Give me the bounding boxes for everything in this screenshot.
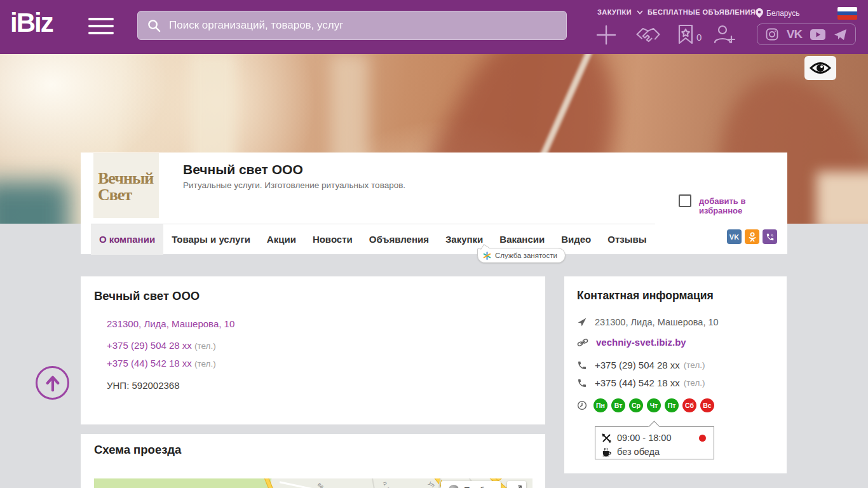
about-unp: УНП: 592002368 bbox=[107, 380, 180, 391]
company-logo-line1: Вечный bbox=[98, 170, 159, 187]
traffic-light-icon bbox=[449, 485, 459, 488]
company-tab-bar: О компании Товары и услуги Акции Новости… bbox=[81, 224, 787, 254]
map-street-label: п. П bbox=[382, 481, 391, 488]
working-hours: 09:00 - 18:00 bbox=[617, 433, 671, 443]
arrow-up-icon bbox=[44, 374, 61, 392]
eye-icon bbox=[810, 60, 831, 76]
person-add-icon[interactable] bbox=[713, 24, 736, 44]
company-subtitle: Ритуальные услуги. Изготовление ритуальн… bbox=[183, 180, 405, 190]
search-icon bbox=[147, 18, 161, 33]
clock-icon bbox=[577, 400, 587, 410]
about-phone1-note: (тел.) bbox=[194, 341, 216, 351]
map-canvas[interactable]: За ва п. П ул Пробки bbox=[94, 478, 532, 488]
map-park-area bbox=[94, 478, 271, 488]
day-badge-mon[interactable]: Пн bbox=[593, 398, 607, 412]
about-card: Вечный свет ООО 231300, Лида, Машерова, … bbox=[81, 276, 545, 424]
search-bar bbox=[137, 11, 567, 40]
company-logo-line2: Свет bbox=[98, 187, 159, 203]
tab-nav: О компании Товары и услуги Акции Новости… bbox=[91, 224, 655, 255]
views-counter-button[interactable] bbox=[804, 56, 836, 80]
tab-about[interactable]: О компании bbox=[91, 224, 163, 255]
vk-icon[interactable]: VK bbox=[787, 27, 802, 41]
expand-icon bbox=[512, 485, 522, 488]
top-header: iBiz ЗАКУПКИ БЕСПЛАТНЫЕ ОБЪЯВЛЕНИЯ Белар… bbox=[0, 0, 868, 54]
day-badge-wed[interactable]: Ср bbox=[629, 398, 643, 412]
tab-ads[interactable]: Объявления bbox=[361, 224, 437, 255]
map-street-label: ва bbox=[316, 481, 325, 488]
about-phone1-link[interactable]: +375 (29) 504 28 xx bbox=[107, 340, 192, 351]
search-input[interactable] bbox=[161, 11, 566, 39]
map-street bbox=[367, 478, 381, 488]
company-title: Вечный свет ООО bbox=[183, 162, 303, 177]
link-icon bbox=[577, 338, 588, 347]
ok-share-button[interactable] bbox=[745, 229, 759, 244]
contact-address: 231300, Лида, Машерова, 10 bbox=[595, 317, 719, 327]
favorite-label[interactable]: добавить в избранное bbox=[699, 196, 787, 215]
tab-news[interactable]: Новости bbox=[304, 224, 361, 255]
tools-icon bbox=[602, 433, 611, 443]
map-card: Схема проезда За ва п. П ул Пробки bbox=[81, 434, 545, 488]
tab-reviews[interactable]: Отзывы bbox=[599, 224, 654, 255]
about-heading: Вечный свет ООО bbox=[94, 289, 200, 303]
company-header-card: Вечный Свет Вечный свет ООО Ритуальные у… bbox=[81, 152, 787, 254]
location-send-icon bbox=[577, 317, 587, 327]
location-pin-icon bbox=[756, 8, 763, 18]
vacancy-tooltip-text: Служба занятости bbox=[495, 252, 557, 259]
map-fullscreen-button[interactable] bbox=[507, 481, 526, 488]
map-street-label: ул bbox=[428, 480, 437, 488]
chevron-down-icon bbox=[637, 10, 643, 15]
day-badge-tue[interactable]: Вт bbox=[611, 398, 625, 412]
hamburger-menu-icon[interactable] bbox=[88, 18, 114, 39]
russia-flag-icon[interactable] bbox=[837, 7, 857, 20]
contact-phone2: +375 (44) 542 18 xx bbox=[595, 377, 680, 388]
about-address-link[interactable]: 231300, Лида, Машерова, 10 bbox=[107, 318, 234, 329]
contact-phone1: +375 (29) 504 28 xx bbox=[595, 360, 680, 370]
contact-phone2-note: (тел.) bbox=[684, 378, 705, 388]
working-hours-tooltip: 09:00 - 18:00 без обеда bbox=[595, 426, 714, 459]
tab-products[interactable]: Товары и услуги bbox=[163, 224, 259, 255]
vacancy-tooltip: Служба занятости bbox=[477, 248, 566, 263]
country-selector[interactable]: Беларусь bbox=[766, 9, 799, 18]
lunch-info: без обеда bbox=[617, 447, 660, 457]
day-badge-sun[interactable]: Вс bbox=[700, 398, 714, 412]
viber-share-button[interactable] bbox=[763, 229, 777, 244]
closed-now-indicator bbox=[699, 435, 706, 442]
traffic-label: Пробки bbox=[464, 485, 493, 488]
handshake-icon[interactable] bbox=[634, 25, 662, 44]
contact-card: Контактная информация 231300, Лида, Маше… bbox=[564, 276, 787, 473]
instagram-icon[interactable] bbox=[766, 28, 778, 41]
zakupki-label: ЗАКУПКИ bbox=[597, 8, 632, 16]
page: iBiz ЗАКУПКИ БЕСПЛАТНЫЕ ОБЪЯВЛЕНИЯ Белар… bbox=[0, 0, 868, 488]
ibiz-logo[interactable]: iBiz bbox=[10, 8, 53, 38]
zakupki-menu[interactable]: ЗАКУПКИ bbox=[597, 8, 643, 16]
about-phone2-link[interactable]: +375 (44) 542 18 xx bbox=[107, 358, 192, 369]
tab-promos[interactable]: Акции bbox=[259, 224, 304, 255]
add-company-icon[interactable] bbox=[595, 24, 617, 46]
coffee-cup-icon bbox=[602, 447, 611, 457]
day-badge-thu[interactable]: Чт bbox=[647, 398, 661, 412]
traffic-button[interactable]: Пробки bbox=[441, 481, 501, 488]
contact-phone1-note: (тел.) bbox=[684, 360, 705, 370]
company-logo: Вечный Свет bbox=[93, 153, 159, 218]
vk-share-button[interactable]: VK bbox=[727, 229, 742, 244]
contact-website-link[interactable]: vechniy-svet.ibiz.by bbox=[596, 337, 686, 348]
employment-service-icon bbox=[483, 252, 491, 260]
about-phone2-note: (тел.) bbox=[194, 359, 216, 369]
phone-icon bbox=[577, 360, 587, 370]
bookmark-count: 0 bbox=[696, 32, 702, 43]
day-badge-sat[interactable]: Сб bbox=[682, 398, 696, 412]
favorite-checkbox[interactable] bbox=[679, 194, 691, 207]
day-badge-fri[interactable]: Пт bbox=[665, 398, 679, 412]
telegram-icon[interactable] bbox=[834, 29, 847, 41]
header-social-links: VK bbox=[757, 24, 856, 45]
youtube-icon[interactable] bbox=[810, 29, 825, 40]
odnoklassniki-icon bbox=[749, 232, 756, 242]
free-ads-link[interactable]: БЕСПЛАТНЫЕ ОБЪЯВЛЕНИЯ bbox=[648, 8, 756, 16]
viber-phone-icon bbox=[766, 233, 775, 241]
map-heading: Схема проезда bbox=[94, 443, 181, 457]
scroll-top-button[interactable] bbox=[36, 366, 69, 400]
company-social-buttons: VK bbox=[727, 229, 777, 244]
phone-icon bbox=[577, 378, 587, 388]
bookmark-star-icon[interactable] bbox=[677, 24, 694, 44]
contact-heading: Контактная информация bbox=[577, 289, 714, 302]
